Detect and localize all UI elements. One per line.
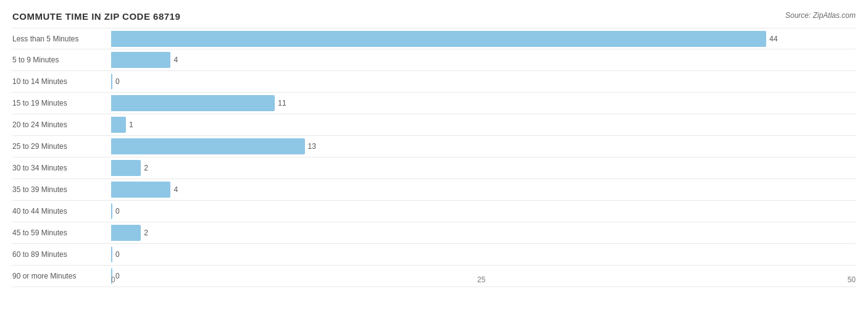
bar (111, 52, 170, 68)
bar (111, 73, 112, 90)
bar-wrapper: 2 (111, 157, 856, 178)
bar-wrapper: 4 (111, 179, 856, 200)
bar-value: 1 (129, 120, 133, 129)
bar-value: 0 (115, 77, 120, 86)
bar-row: 60 to 89 Minutes0 (12, 244, 856, 266)
bar (111, 203, 112, 219)
chart-title: COMMUTE TIME IN ZIP CODE 68719 (12, 11, 180, 22)
bar-label: 15 to 19 Minutes (12, 99, 111, 107)
bar-row: 20 to 24 Minutes1 (12, 114, 856, 136)
bar-wrapper: 11 (111, 93, 856, 114)
bar-label: 40 to 44 Minutes (12, 207, 111, 216)
bar-row: 25 to 29 Minutes13 (12, 136, 856, 157)
x-tick: 0 (111, 275, 115, 284)
x-axis: 02550 (111, 272, 856, 284)
bar-row: 15 to 19 Minutes11 (12, 93, 856, 114)
chart-container: COMMUTE TIME IN ZIP CODE 68719 Source: Z… (0, 0, 868, 323)
bar-value: 2 (144, 229, 148, 237)
bar (111, 117, 126, 133)
bar (111, 31, 766, 47)
bar-value: 11 (278, 99, 286, 107)
bar-label: 35 to 39 Minutes (12, 185, 111, 194)
bar (111, 95, 275, 111)
bar-label: Less than 5 Minutes (12, 35, 111, 43)
bar-row: 30 to 34 Minutes2 (12, 157, 856, 179)
bar-label: 30 to 34 Minutes (12, 164, 111, 172)
bar-wrapper: 0 (111, 201, 856, 222)
bar-wrapper: 1 (111, 114, 856, 135)
bar-row: 5 to 9 Minutes4 (12, 49, 856, 71)
bar-row: Less than 5 Minutes44 (12, 28, 856, 49)
bar-label: 5 to 9 Minutes (12, 56, 111, 64)
bar-value: 0 (115, 207, 120, 216)
bar-wrapper: 13 (111, 136, 856, 157)
bar-value: 0 (115, 250, 120, 259)
bar-label: 20 to 24 Minutes (12, 120, 111, 129)
chart-area: Less than 5 Minutes445 to 9 Minutes410 t… (12, 28, 856, 284)
x-tick: 25 (477, 275, 485, 284)
bar-row: 45 to 59 Minutes2 (12, 222, 856, 244)
bar-label: 10 to 14 Minutes (12, 77, 111, 86)
bars-section: Less than 5 Minutes445 to 9 Minutes410 t… (12, 28, 856, 266)
bar-value: 4 (173, 185, 178, 194)
bar-row: 10 to 14 Minutes0 (12, 71, 856, 93)
bar (111, 138, 305, 154)
x-tick: 50 (848, 275, 856, 284)
bar-row: 35 to 39 Minutes4 (12, 179, 856, 201)
chart-source: Source: ZipAtlas.com (785, 11, 856, 20)
bar-wrapper: 44 (111, 28, 856, 49)
bar (111, 246, 112, 262)
bar-label: 45 to 59 Minutes (12, 229, 111, 237)
bar (111, 225, 141, 241)
bar-row: 40 to 44 Minutes0 (12, 201, 856, 222)
chart-header: COMMUTE TIME IN ZIP CODE 68719 Source: Z… (12, 11, 856, 22)
bar-value: 4 (173, 56, 178, 64)
bar-label: 90 or more Minutes (12, 272, 111, 280)
bar (111, 182, 170, 198)
bar-value: 2 (144, 164, 148, 172)
bar-value: 44 (769, 35, 777, 43)
bar-wrapper: 0 (111, 71, 856, 92)
bar-wrapper: 0 (111, 244, 856, 265)
bar-label: 25 to 29 Minutes (12, 142, 111, 151)
bar (111, 160, 141, 176)
bar-wrapper: 2 (111, 222, 856, 243)
bar-label: 60 to 89 Minutes (12, 250, 111, 259)
bar-wrapper: 4 (111, 49, 856, 70)
bar-value: 13 (308, 142, 316, 151)
